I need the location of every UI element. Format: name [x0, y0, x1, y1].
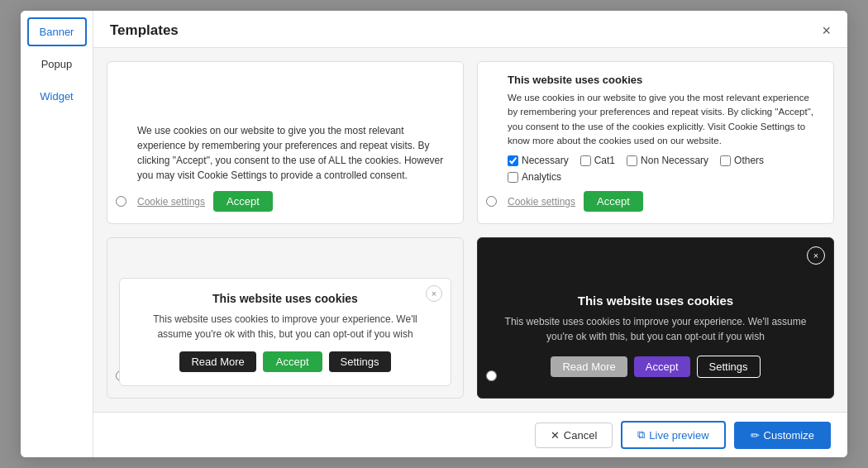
customize-icon: ✏	[751, 429, 760, 442]
modal: Banner Popup Widget Templates ×	[21, 11, 847, 457]
template-1-radio[interactable]	[116, 196, 126, 207]
card3-close-button[interactable]: ×	[426, 285, 442, 302]
modal-header: Templates ×	[93, 11, 847, 48]
template-2-radio-wrap[interactable]	[486, 195, 497, 210]
card4-actions: Read More Accept Settings	[504, 356, 807, 378]
checkbox-cat1-input[interactable]	[580, 155, 591, 166]
modal-overlay: Banner Popup Widget Templates ×	[0, 0, 868, 468]
card3-settings-button[interactable]: Settings	[329, 351, 391, 372]
sidebar-item-popup[interactable]: Popup	[27, 50, 87, 79]
sidebar: Banner Popup Widget	[21, 11, 93, 457]
checkbox-cat1[interactable]: Cat1	[580, 155, 615, 166]
template-4-radio[interactable]	[486, 370, 497, 381]
checkbox-analytics-input[interactable]	[508, 172, 518, 183]
card4-close-button[interactable]: ×	[807, 246, 825, 265]
card1-accept-button[interactable]: Accept	[213, 191, 273, 212]
cancel-button[interactable]: ✕ Cancel	[535, 423, 613, 448]
card4-accept-button[interactable]: Accept	[634, 356, 690, 377]
card2-title: This website uses cookies	[508, 74, 820, 86]
card3-title: This website uses cookies	[136, 292, 434, 305]
template-card-4[interactable]: × This website uses cookies This website…	[477, 237, 834, 399]
card4-settings-button[interactable]: Settings	[697, 356, 761, 378]
checkbox-necessary-input[interactable]	[508, 155, 518, 166]
checkbox-non-necessary-input[interactable]	[627, 155, 637, 166]
card4-body: This website uses cookies to improve you…	[504, 314, 807, 344]
card1-body-text: We use cookies on our website to give yo…	[121, 123, 450, 183]
card4-title: This website uses cookies	[504, 294, 807, 308]
templates-grid: We use cookies on our website to give yo…	[93, 48, 847, 412]
card4-inner: This website uses cookies This website u…	[491, 285, 820, 386]
card2-accept-button[interactable]: Accept	[584, 191, 643, 212]
cancel-x-icon: ✕	[551, 429, 560, 442]
card2-actions: Cookie settings Accept	[508, 191, 820, 212]
card3-actions: Read More Accept Settings	[136, 351, 434, 372]
checkbox-analytics[interactable]: Analytics	[508, 171, 561, 183]
card3-accept-button[interactable]: Accept	[263, 351, 322, 372]
card3-inner: × This website uses cookies This website…	[119, 278, 451, 386]
checkbox-others-input[interactable]	[720, 155, 731, 166]
sidebar-item-banner[interactable]: Banner	[27, 17, 87, 46]
sidebar-item-widget[interactable]: Widget	[27, 82, 87, 111]
card1-cookie-settings-button[interactable]: Cookie settings	[137, 196, 205, 208]
card2-body: We use cookies in our website to give yo…	[508, 91, 820, 148]
checkbox-necessary[interactable]: Necessary	[508, 155, 569, 166]
card4-read-more-button[interactable]: Read More	[551, 356, 627, 377]
customize-button[interactable]: ✏ Customize	[734, 422, 831, 449]
template-4-radio-wrap[interactable]	[486, 370, 497, 384]
template-card-3[interactable]: × This website uses cookies This website…	[107, 237, 464, 399]
card2-checkboxes: Necessary Cat1 Non Necessary Others	[508, 155, 820, 183]
card3-body: This website uses cookies to improve you…	[136, 312, 434, 341]
modal-title: Templates	[110, 22, 179, 39]
checkbox-others[interactable]: Others	[720, 155, 764, 166]
modal-close-button[interactable]: ×	[822, 23, 831, 38]
card1-actions: Cookie settings Accept	[121, 191, 450, 212]
checkbox-non-necessary[interactable]: Non Necessary	[627, 155, 708, 166]
main-content: Templates × We use cookies on our websit…	[93, 11, 847, 457]
template-2-radio[interactable]	[486, 196, 497, 207]
card3-read-more-button[interactable]: Read More	[179, 351, 255, 372]
template-1-radio-wrap[interactable]	[116, 195, 126, 210]
card2-cookie-settings-button[interactable]: Cookie settings	[508, 196, 575, 208]
live-preview-icon: ⧉	[637, 428, 645, 442]
live-preview-button[interactable]: ⧉ Live preview	[621, 421, 725, 449]
template-card-1[interactable]: We use cookies on our website to give yo…	[107, 61, 464, 224]
modal-footer: ✕ Cancel ⧉ Live preview ✏ Customize	[93, 412, 847, 457]
template-card-2[interactable]: This website uses cookies We use cookies…	[477, 61, 834, 224]
